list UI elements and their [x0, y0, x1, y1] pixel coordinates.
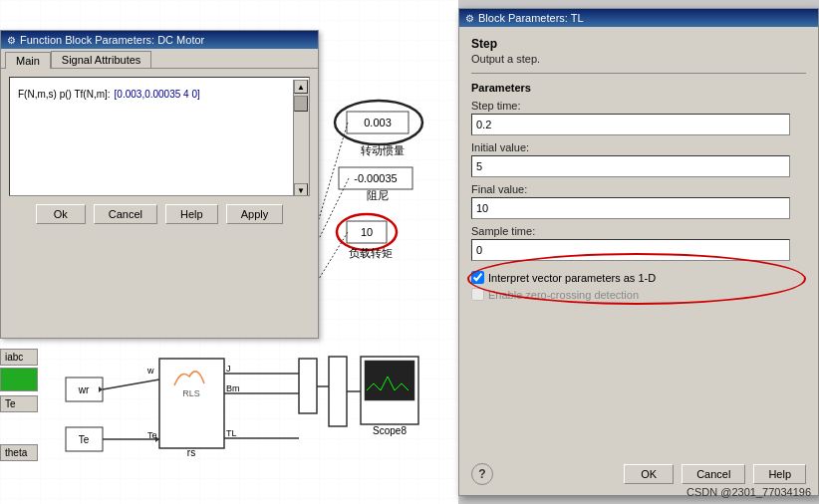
- left-dialog-titlebar: ⚙ Function Block Parameters: DC Motor: [1, 31, 318, 49]
- sidebar-item-theta[interactable]: theta: [0, 444, 38, 461]
- final-value-input[interactable]: [471, 197, 790, 219]
- svg-text:w: w: [146, 366, 154, 376]
- section-desc: Output a step.: [471, 53, 806, 65]
- left-dialog-icon: ⚙: [7, 35, 16, 46]
- right-cancel-button[interactable]: Cancel: [682, 464, 745, 484]
- right-help-button[interactable]: Help: [753, 464, 806, 484]
- formula-content: F(N,m,s) p() Tf(N,m]: [0.003,0.00035 4 0…: [14, 82, 305, 108]
- step-time-label: Step time:: [471, 100, 806, 112]
- tab-main[interactable]: Main: [5, 52, 51, 69]
- svg-text:负载转矩: 负载转矩: [349, 247, 393, 259]
- final-value-label: Final value:: [471, 183, 806, 195]
- left-dialog: ⚙ Function Block Parameters: DC Motor Ma…: [0, 30, 319, 339]
- watermark: CSDN @2301_77034196: [686, 486, 811, 498]
- formula-value: [0.003,0.00035 4 0]: [115, 86, 200, 104]
- initial-value-label: Initial value:: [471, 141, 806, 153]
- svg-text:J: J: [226, 364, 231, 374]
- param-sample-time: Sample time:: [471, 225, 806, 261]
- initial-value-input[interactable]: [471, 155, 790, 177]
- svg-text:转动惯量: 转动惯量: [361, 144, 405, 156]
- sample-time-input[interactable]: [471, 239, 790, 261]
- right-dialog-title: Block Parameters: TL: [478, 12, 584, 24]
- right-dialog-icon: ⚙: [465, 13, 474, 24]
- sidebar-item-theta-label: theta: [5, 447, 27, 458]
- formula-area: ▲ ▼ F(N,m,s) p() Tf(N,m]: [0.003,0.00035…: [9, 77, 310, 196]
- svg-text:阻尼: 阻尼: [367, 189, 389, 201]
- sidebar-item-iabc-label: iabc: [5, 352, 23, 363]
- svg-text:Te: Te: [147, 430, 157, 440]
- left-sidebar: iabc Te theta: [0, 349, 38, 461]
- svg-text:10: 10: [361, 226, 373, 238]
- checkbox-zerocrossing: Enable zero-crossing detection: [471, 288, 806, 301]
- tab-signal[interactable]: Signal Attributes: [51, 51, 152, 68]
- interpret-label: Interpret vector parameters as 1-D: [488, 272, 656, 284]
- svg-rect-8: [329, 357, 347, 426]
- svg-text:-0.00035: -0.00035: [354, 172, 397, 184]
- svg-text:RLS: RLS: [182, 388, 200, 398]
- svg-text:0.003: 0.003: [364, 117, 392, 128]
- zerocrossing-label: Enable zero-crossing detection: [488, 289, 639, 301]
- param-initial-value: Initial value:: [471, 141, 806, 177]
- params-label: Parameters: [471, 82, 806, 94]
- svg-text:TL: TL: [226, 428, 237, 438]
- left-dialog-title: Function Block Parameters: DC Motor: [20, 34, 204, 46]
- svg-rect-7: [299, 359, 317, 413]
- left-dialog-content: ▲ ▼ F(N,m,s) p() Tf(N,m]: [0.003,0.00035…: [1, 69, 318, 232]
- svg-text:Te: Te: [79, 434, 90, 445]
- right-dialog-buttons: ? OK Cancel Help: [459, 463, 818, 485]
- right-ok-button[interactable]: OK: [624, 464, 674, 484]
- sidebar-item-te[interactable]: Te: [0, 395, 38, 412]
- svg-text:wr: wr: [78, 384, 90, 395]
- sidebar-item-te-label: Te: [5, 398, 16, 409]
- param-final-value: Final value:: [471, 183, 806, 219]
- zerocrossing-checkbox: [471, 288, 484, 301]
- sample-time-label: Sample time:: [471, 225, 806, 237]
- right-dialog-titlebar: ⚙ Block Parameters: TL: [459, 9, 818, 27]
- right-dialog-body: Step Output a step. Parameters Step time…: [459, 27, 818, 315]
- divider1: [471, 73, 806, 74]
- cancel-button[interactable]: Cancel: [94, 204, 157, 224]
- tab-bar: Main Signal Attributes: [1, 49, 318, 69]
- svg-text:Bm: Bm: [226, 383, 240, 393]
- button-row: Ok Cancel Help Apply: [9, 204, 310, 224]
- section-title: Step: [471, 37, 806, 51]
- help-button[interactable]: Help: [165, 204, 218, 224]
- svg-text:rs: rs: [187, 447, 195, 458]
- svg-rect-17: [159, 359, 224, 448]
- right-dialog: ⚙ Block Parameters: TL Step Output a ste…: [458, 8, 819, 496]
- param-step-time: Step time:: [471, 100, 806, 135]
- formula-prefix: F(N,m,s) p() Tf(N,m]:: [18, 86, 111, 104]
- sidebar-item-te-block: [0, 368, 38, 391]
- svg-text:Scope8: Scope8: [373, 425, 407, 436]
- checkbox-interpret: Interpret vector parameters as 1-D: [471, 271, 806, 284]
- help-icon-button[interactable]: ?: [471, 463, 493, 485]
- interpret-checkbox[interactable]: [471, 271, 484, 284]
- formula-line: F(N,m,s) p() Tf(N,m]: [0.003,0.00035 4 0…: [18, 86, 301, 104]
- step-time-input[interactable]: [471, 114, 790, 135]
- ok-button[interactable]: Ok: [36, 204, 86, 224]
- sidebar-item-iabc[interactable]: iabc: [0, 349, 38, 366]
- apply-button[interactable]: Apply: [226, 204, 284, 224]
